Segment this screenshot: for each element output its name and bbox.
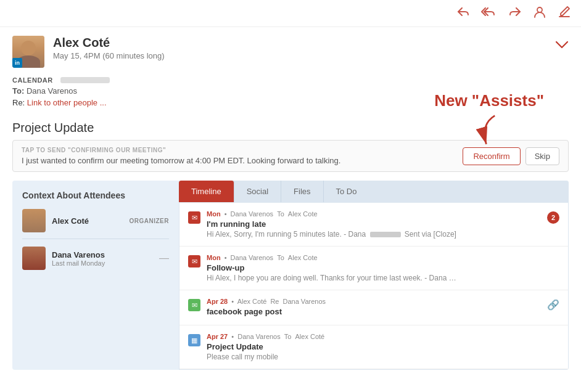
attendee-item[interactable]: Dana Varenos Last mail Monday — — [22, 247, 169, 276]
attendee-avatar-dana — [22, 247, 46, 270]
timeline-meta: Apr 27 • Dana Varenos To Alex Coté — [207, 333, 559, 340]
timeline-meta: Mon • Dana Varenos To Alex Cote — [207, 254, 559, 261]
timeline-item[interactable]: ✉ Apr 28 • Alex Coté Re Dana Varenos fac… — [179, 290, 568, 325]
toolbar — [0, 0, 581, 27]
attachment-icon: 🔗 — [547, 299, 559, 311]
assist-text-block: TAP TO SEND "CONFIRMING OUR MEETING" I j… — [22, 147, 463, 165]
main-content: Context About Attendees Alex Coté ORGANI… — [12, 181, 569, 370]
calendar-re: Re: Link to other people ... — [12, 98, 107, 107]
timeline-meta: Mon • Dana Varenos To Alex Cote — [207, 210, 542, 218]
calendar-icon: ▦ — [188, 334, 200, 346]
timeline-preview: Please call my mobile — [207, 353, 478, 361]
linkedin-badge: in — [12, 58, 22, 68]
right-panel: Timeline Social Files To Do ✉ Mon • Dana… — [179, 181, 569, 370]
reconfirm-button[interactable]: Reconfirm — [463, 147, 520, 165]
assist-banner: TAP TO SEND "CONFIRMING OUR MEETING" I j… — [12, 140, 569, 172]
attendee-name-alex: Alex Coté — [52, 216, 130, 226]
timeline-item[interactable]: ✉ Mon • Dana Varenos To Alex Cote I'm ru… — [179, 203, 568, 247]
imessage-icon: ✉ — [188, 299, 200, 311]
tab-files[interactable]: Files — [281, 181, 323, 202]
meeting-date: May 15, 4PM (60 minutes long) — [53, 51, 555, 60]
calendar-label: CALENDAR — [12, 76, 53, 84]
timeline-subject: I'm running late — [207, 219, 542, 229]
forward-icon[interactable] — [508, 5, 522, 22]
timeline-from: Dana Varenos — [231, 254, 274, 261]
tab-timeline[interactable]: Timeline — [179, 181, 234, 202]
timeline-body: Apr 27 • Dana Varenos To Alex Coté Proje… — [207, 333, 559, 361]
re-link[interactable]: Link to other people ... — [27, 98, 107, 107]
timeline-body: Apr 28 • Alex Coté Re Dana Varenos faceb… — [207, 298, 542, 317]
attendee-dash: — — [159, 253, 169, 264]
skip-button[interactable]: Skip — [525, 147, 559, 165]
timeline-to: Alex Cote — [288, 254, 318, 261]
attendee-item[interactable]: Alex Coté ORGANIZER — [22, 209, 169, 239]
left-panel: Context About Attendees Alex Coté ORGANI… — [12, 181, 179, 370]
email-icon: ✉ — [188, 255, 200, 267]
timeline-from: Dana Varenos — [237, 333, 281, 340]
compose-icon[interactable] — [558, 5, 571, 22]
collapse-chevron[interactable] — [555, 38, 569, 52]
assist-tap-label: TAP TO SEND "CONFIRMING OUR MEETING" — [22, 147, 463, 153]
avatar: in — [12, 36, 44, 68]
assist-buttons: Reconfirm Skip — [463, 147, 559, 165]
email-header: in Alex Coté May 15, 4PM (60 minutes lon… — [0, 27, 581, 74]
attendee-info-alex: Alex Coté — [52, 216, 130, 226]
timeline-body: Mon • Dana Varenos To Alex Cote I'm runn… — [207, 210, 542, 239]
attendee-avatar-alex — [22, 209, 46, 232]
timeline-day: Mon — [207, 210, 221, 218]
reply-icon[interactable] — [456, 5, 470, 22]
timeline-day: Apr 28 — [207, 298, 228, 305]
project-title: Project Update — [0, 115, 581, 140]
email-icon: ✉ — [188, 211, 200, 224]
header-info: Alex Coté May 15, 4PM (60 minutes long) — [53, 36, 555, 60]
attendee-sub-dana: Last mail Monday — [52, 259, 159, 267]
tabs: Timeline Social Files To Do — [179, 181, 569, 202]
calendar-section: CALENDAR To: Dana Varenos Re: Link to ot… — [0, 74, 581, 115]
calendar-to: To: Dana Varenos — [12, 86, 77, 96]
timeline-subject: Project Update — [207, 342, 559, 351]
timeline-preview: Hi Alex, Sorry, I'm running 5 minutes la… — [207, 230, 478, 239]
contact-name: Alex Coté — [53, 36, 555, 50]
organizer-badge: ORGANIZER — [130, 218, 170, 224]
tab-social[interactable]: Social — [234, 181, 281, 202]
timeline-from: Dana Varenos — [231, 210, 274, 218]
timeline-to: Alex Cote — [288, 210, 318, 218]
attendee-info-dana: Dana Varenos Last mail Monday — [52, 250, 159, 267]
assist-message: I just wanted to confirm our meeting tom… — [22, 156, 463, 165]
timeline-to: Alex Coté — [295, 333, 325, 340]
timeline-day: Apr 27 — [207, 333, 228, 340]
timeline-day: Mon — [207, 254, 221, 261]
contact-icon[interactable] — [533, 5, 546, 22]
timeline-body: Mon • Dana Varenos To Alex Cote Follow-u… — [207, 254, 559, 282]
attendees-title: Context About Attendees — [22, 190, 169, 200]
svg-point-0 — [537, 7, 542, 12]
timeline-subject: facebook page post — [207, 307, 542, 316]
timeline-subject: Follow-up — [207, 263, 559, 272]
badge-count: 2 — [547, 211, 559, 224]
calendar-bar — [60, 77, 110, 83]
timeline-content: ✉ Mon • Dana Varenos To Alex Cote I'm ru… — [179, 202, 569, 370]
timeline-meta: Apr 28 • Alex Coté Re Dana Varenos — [207, 298, 542, 305]
timeline-item[interactable]: ✉ Mon • Dana Varenos To Alex Cote Follow… — [179, 247, 568, 290]
timeline-item[interactable]: ▦ Apr 27 • Dana Varenos To Alex Coté Pro… — [179, 325, 568, 369]
timeline-preview: Hi Alex, I hope you are doing well. Than… — [207, 274, 478, 282]
timeline-from: Alex Coté — [237, 298, 267, 305]
reply-all-icon[interactable] — [481, 5, 497, 22]
attendee-name-dana: Dana Varenos — [52, 250, 159, 259]
tab-todo[interactable]: To Do — [324, 181, 369, 202]
timeline-to: Dana Varenos — [283, 298, 326, 305]
